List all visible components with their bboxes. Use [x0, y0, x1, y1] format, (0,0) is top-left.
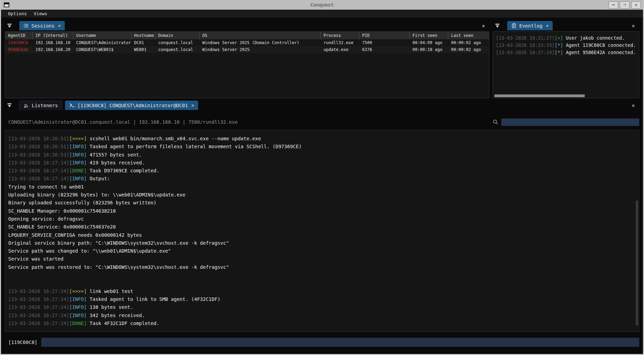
eventlog-entry: [13-03-2026 18:21:27][+] User jakob conn… — [496, 34, 636, 42]
tab-agent-console-close-icon[interactable]: ✕ — [191, 103, 194, 108]
menu-item-options[interactable]: Options — [4, 11, 30, 16]
session-cell: 00:00:18 ago — [410, 47, 448, 52]
eventlog-entries: [13-03-2026 18:21:27][+] User jakob conn… — [493, 32, 639, 59]
column-header-first-seen[interactable]: First seen — [410, 32, 448, 39]
console-lines: [13-03-2026 18:26:51][>>>>] scshell web0… — [8, 135, 635, 327]
top-row: Sessions ✕ ✕ AgentIDIP (Internal)Usernam… — [5, 20, 639, 98]
filter-icon — [494, 23, 500, 29]
eventlog-tabbar: Eventlog ✕ ✕ — [493, 20, 639, 31]
console-line: [13-03-2026 18:26:51][>>>>] scshell web0… — [8, 135, 635, 143]
session-cell: Windows Server 2025 (Domain Controller) — [200, 40, 321, 45]
column-header-hostname[interactable]: Hostname — [131, 32, 155, 39]
console-line: Trying to connect to web01 — [8, 183, 635, 191]
session-cell: CONQUEST\WEB01$ — [73, 47, 131, 52]
console-vscrollbar-thumb[interactable] — [636, 201, 638, 325]
session-cell: 00:00:02 ago — [448, 40, 489, 45]
session-cell: 192.168.168.10 — [33, 40, 73, 45]
console-line: [13-03-2026 18:27:24][DONE] Task 4F32C1D… — [8, 320, 635, 327]
command-input[interactable] — [41, 338, 639, 347]
clipboard-icon — [511, 23, 517, 28]
session-cell: 9586E42A — [5, 47, 33, 52]
console-line: [13-03-2026 18:27:24][>>>>] link web01 t… — [8, 287, 635, 295]
console-line: SC_HANDLE Manager: 0x000001c754638210 — [8, 207, 635, 215]
eventlog-box: [13-03-2026 18:21:27][+] User jakob conn… — [493, 31, 639, 98]
eventlog-hscrollbar-thumb[interactable] — [494, 94, 585, 97]
console-line: Binary uploaded successfully (823296 byt… — [8, 199, 635, 207]
prompt-row: [119C60C8] — [5, 337, 639, 347]
session-row[interactable]: 119C60C8192.168.168.10CONQUEST\Administr… — [5, 39, 489, 46]
tab-sessions-label: Sessions — [31, 23, 54, 29]
console-line: SC_HANDLE Service: 0x000001c754637e20 — [8, 223, 635, 231]
session-cell: CONQUEST\Administrator — [73, 40, 131, 45]
column-header-os[interactable]: OS — [200, 32, 321, 39]
eventlog-filter-button[interactable] — [493, 22, 502, 30]
tab-listeners[interactable]: Listeners — [19, 101, 62, 110]
tab-listeners-label: Listeners — [32, 103, 58, 108]
console-line: [13-03-2026 18:27:14][DONE] Task D97369C… — [8, 167, 635, 175]
eventlog-entry: [13-03-2026 18:23:33][*] Agent 119C60C8 … — [496, 42, 636, 49]
menubar: OptionsViews — [1, 10, 643, 18]
console-line — [8, 279, 635, 287]
tab-eventlog-close-icon[interactable]: ✕ — [546, 23, 549, 28]
signal-icon — [24, 103, 29, 108]
titlebar: Conquest – ❐ ✕ — [1, 0, 643, 10]
session-cell: DC01 — [131, 40, 155, 45]
app-window: Conquest – ❐ ✕ OptionsViews Sessions ✕ — [0, 0, 644, 355]
menu-item-views[interactable]: Views — [30, 11, 51, 16]
maximize-button[interactable]: ❐ — [620, 1, 630, 9]
search-input[interactable] — [501, 119, 639, 126]
console-line: Uploading binary (823296 bytes) to: \\we… — [8, 191, 635, 199]
tab-eventlog[interactable]: Eventlog ✕ — [507, 21, 553, 30]
close-button[interactable]: ✕ — [631, 1, 641, 9]
sessions-rows: 119C60C8192.168.168.10CONQUEST\Administr… — [5, 39, 489, 53]
session-cell: update.exe — [321, 47, 359, 52]
window-controls: – ❐ ✕ — [609, 1, 641, 9]
console-line: Service path was changed to: "\\web01\AD… — [8, 247, 635, 255]
console-context-row: CONQUEST\Administrator@DC01.conquest.loc… — [5, 118, 639, 126]
tab-sessions[interactable]: Sessions ✕ — [19, 21, 65, 30]
console-output[interactable]: [13-03-2026 18:26:51][>>>>] scshell web0… — [5, 130, 639, 332]
tab-agent-console[interactable]: [119C60C8] CONQUEST\Administrator@DC01 ✕ — [65, 101, 198, 110]
column-header-agentid[interactable]: AgentID — [5, 32, 33, 39]
session-cell: 00:00:02 ago — [448, 47, 489, 52]
minimize-button[interactable]: – — [609, 1, 618, 9]
console-line: [13-03-2026 18:26:53][INFO] 471557 bytes… — [8, 151, 635, 159]
column-header-last-seen[interactable]: Last seen — [448, 32, 489, 39]
console-line: LPQUERY_SERVICE_CONFIGA needs 0x00000142… — [8, 231, 635, 239]
session-cell: Windows Server 2025 — [200, 47, 321, 52]
session-cell: 00:04:09 ago — [410, 40, 448, 45]
list-icon — [23, 23, 29, 28]
column-header-pid[interactable]: PID — [359, 32, 410, 39]
session-cell: 6376 — [359, 47, 410, 52]
column-header-ip-internal-[interactable]: IP (Internal) — [33, 32, 73, 39]
console-line: [13-03-2026 18:27:14][INFO] Output: — [8, 175, 635, 183]
bottom-tabbar: Listeners [119C60C8] CONQUEST\Administra… — [5, 101, 639, 110]
sessions-filter-button[interactable] — [5, 22, 14, 30]
filter-icon — [7, 23, 12, 29]
tab-sessions-close-icon[interactable]: ✕ — [58, 23, 61, 28]
eventlog-panel: Eventlog ✕ ✕ [13-03-2026 18:21:27][+] Us… — [493, 20, 639, 98]
session-cell: WEB01 — [131, 47, 155, 52]
sessions-panel: Sessions ✕ ✕ AgentIDIP (Internal)Usernam… — [5, 20, 489, 98]
session-cell: conquest.local — [155, 47, 200, 52]
column-header-username[interactable]: Username — [73, 32, 131, 39]
console-line: [13-03-2026 18:27:24][INFO] 138 bytes se… — [8, 303, 635, 311]
session-cell: conquest.local — [155, 40, 200, 45]
sessions-panel-close-icon[interactable]: ✕ — [480, 23, 487, 29]
sessions-header-row: AgentIDIP (Internal)UsernameHostnameDoma… — [5, 32, 489, 39]
agent-context-line: CONQUEST\Administrator@DC01.conquest.loc… — [8, 119, 238, 125]
console-line: Opening service: defragsvc — [8, 215, 635, 223]
bottom-panel-close-icon[interactable]: ✕ — [630, 102, 637, 109]
eventlog-entry: [13-03-2026 18:27:24][*] Agent 9586E42A … — [496, 49, 636, 56]
console-line: [13-03-2026 18:27:14][INFO] 419 bytes re… — [8, 159, 635, 167]
column-header-process[interactable]: Process — [321, 32, 359, 39]
console-line: [13-03-2026 18:27:24][INFO] 342 bytes re… — [8, 312, 635, 320]
eventlog-panel-close-icon[interactable]: ✕ — [630, 23, 637, 29]
console-line: Service was started — [8, 255, 635, 263]
console-filter-button[interactable] — [5, 101, 14, 110]
session-cell: 119C60C8 — [5, 40, 33, 45]
console-line: [13-03-2026 18:27:24][INFO] Tasked agent… — [8, 295, 635, 303]
session-row[interactable]: 9586E42A192.168.168.20CONQUEST\WEB01$WEB… — [5, 46, 489, 53]
sessions-tabbar: Sessions ✕ ✕ — [5, 20, 489, 31]
column-header-domain[interactable]: Domain — [155, 32, 200, 39]
